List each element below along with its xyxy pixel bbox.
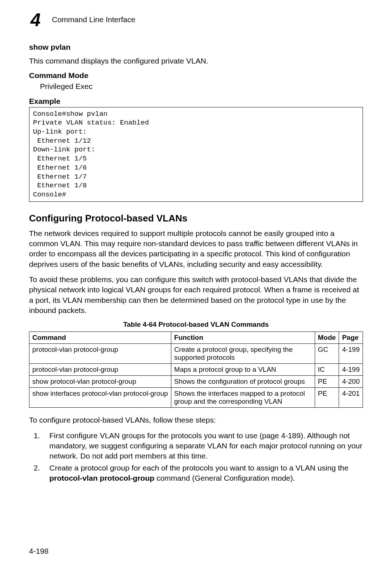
para2: To avoid these problems, you can configu… bbox=[29, 274, 363, 315]
svg-text:4: 4 bbox=[30, 11, 41, 28]
table-caption: Table 4-64 Protocol-based VLAN Commands bbox=[29, 321, 363, 329]
command-mode-value: Privileged Exec bbox=[40, 81, 363, 91]
th-function: Function bbox=[171, 332, 315, 344]
td-command: show protocol-vlan protocol-group bbox=[29, 376, 171, 388]
th-command: Command bbox=[29, 332, 171, 344]
para1: The network devices required to support … bbox=[29, 228, 363, 269]
td-function: Maps a protocol group to a VLAN bbox=[171, 364, 315, 376]
table-header-row: Command Function Mode Page bbox=[29, 332, 363, 344]
table-row: protocol-vlan protocol-group Maps a prot… bbox=[29, 364, 363, 376]
td-function: Shows the configuration of protocol grou… bbox=[171, 376, 315, 388]
th-page: Page bbox=[339, 332, 363, 344]
step2-bold: protocol-vlan protocol-group bbox=[49, 474, 154, 482]
td-page: 4-200 bbox=[339, 376, 363, 388]
section-description: This command displays the configured pri… bbox=[29, 56, 363, 66]
td-mode: IC bbox=[315, 364, 339, 376]
section-title-configuring: Configuring Protocol-based VLANs bbox=[29, 213, 363, 224]
page-number: 4-198 bbox=[29, 547, 49, 555]
example-code-block: Console#show pvlan Private VLAN status: … bbox=[29, 107, 363, 202]
breadcrumb: Command Line Interface bbox=[52, 15, 135, 24]
td-command: protocol-vlan protocol-group bbox=[29, 344, 171, 364]
table-row: show interfaces protocol-vlan protocol-g… bbox=[29, 388, 363, 408]
td-mode: GC bbox=[315, 344, 339, 364]
td-page: 4-199 bbox=[339, 364, 363, 376]
page-header: 4 Command Line Interface bbox=[29, 11, 363, 28]
commands-table: Command Function Mode Page protocol-vlan… bbox=[29, 331, 363, 408]
steps-list: First configure VLAN groups for the prot… bbox=[42, 431, 363, 484]
step2-pre: Create a protocol group for each of the … bbox=[49, 464, 348, 472]
table-row: protocol-vlan protocol-group Create a pr… bbox=[29, 344, 363, 364]
step2-post: command (General Configuration mode). bbox=[154, 474, 295, 482]
chapter-number-icon: 4 bbox=[29, 11, 46, 28]
section-title-show-pvlan: show pvlan bbox=[29, 43, 363, 52]
td-function: Create a protocol group, specifying the … bbox=[171, 344, 315, 364]
th-mode: Mode bbox=[315, 332, 339, 344]
example-label: Example bbox=[29, 97, 363, 106]
list-item: First configure VLAN groups for the prot… bbox=[42, 431, 363, 461]
td-function: Shows the interfaces mapped to a protoco… bbox=[171, 388, 315, 408]
command-mode-label: Command Mode bbox=[29, 71, 363, 80]
td-command: protocol-vlan protocol-group bbox=[29, 364, 171, 376]
td-page: 4-199 bbox=[339, 344, 363, 364]
td-page: 4-201 bbox=[339, 388, 363, 408]
td-mode: PE bbox=[315, 376, 339, 388]
td-mode: PE bbox=[315, 388, 339, 408]
list-item: Create a protocol group for each of the … bbox=[42, 463, 363, 484]
steps-intro: To configure protocol-based VLANs, follo… bbox=[29, 415, 363, 425]
td-command: show interfaces protocol-vlan protocol-g… bbox=[29, 388, 171, 408]
table-row: show protocol-vlan protocol-group Shows … bbox=[29, 376, 363, 388]
step1-text: First configure VLAN groups for the prot… bbox=[49, 431, 362, 460]
